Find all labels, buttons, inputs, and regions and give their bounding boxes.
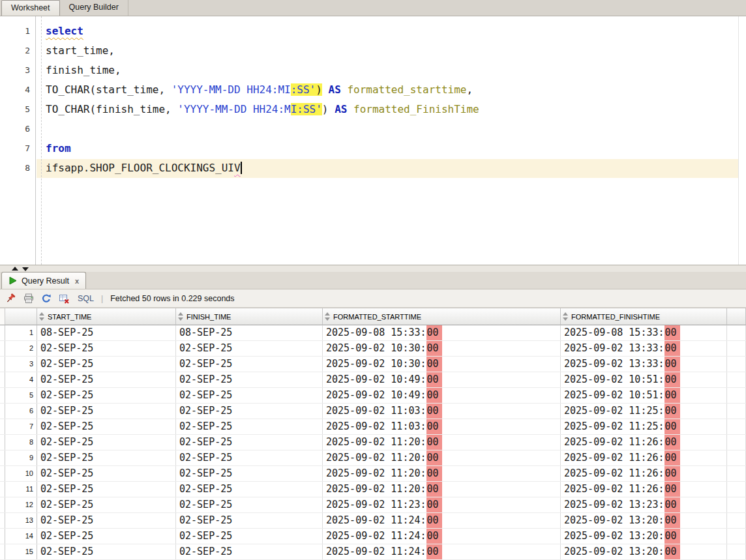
sql-editor[interactable]: 12345678 selectstart_time,finish_time,TO… [0,16,746,265]
cell[interactable]: 2025-09-02 10:51:00 [561,388,727,403]
cell[interactable]: 02-SEP-25 [176,419,323,434]
cell[interactable]: 2025-09-02 11:25:00 [561,419,727,434]
code-line[interactable]: from [46,139,746,158]
query-result-grid[interactable]: START_TIMEFINISH_TIMEFORMATTED_STARTTIME… [0,308,746,560]
cell[interactable]: 2025-09-02 10:49:00 [323,388,561,403]
splitter-up-icon[interactable] [12,263,18,271]
sql-link[interactable]: SQL [78,294,94,303]
code-line[interactable]: TO_CHAR(finish_time, 'YYYY-MM-DD HH24:MI… [46,100,746,119]
cell[interactable]: 2025-09-02 13:20:00 [561,529,727,544]
cell[interactable]: 2025-09-02 11:20:00 [323,482,561,497]
cell[interactable]: 2025-09-02 11:03:00 [323,404,561,419]
code-area[interactable]: selectstart_time,finish_time,TO_CHAR(sta… [46,16,746,178]
table-row[interactable]: 202-SEP-2502-SEP-252025-09-02 10:30:0020… [0,341,746,357]
cell[interactable]: 2025-09-02 10:30:00 [323,357,561,372]
cell[interactable]: 2025-09-02 11:20:00 [323,435,561,450]
column-header-start_time[interactable]: START_TIME [37,308,176,325]
cell[interactable]: 02-SEP-25 [176,529,323,544]
sort-updown-icon[interactable] [178,312,184,321]
sort-updown-icon[interactable] [563,312,569,321]
cell[interactable]: 02-SEP-25 [37,482,176,497]
cell[interactable]: 2025-09-02 11:26:00 [561,466,727,481]
code-line[interactable]: select [46,22,746,41]
cell[interactable]: 02-SEP-25 [176,497,323,512]
cell[interactable]: 02-SEP-25 [37,388,176,403]
table-row[interactable]: 1302-SEP-2502-SEP-252025-09-02 11:24:002… [0,513,746,529]
cell[interactable]: 02-SEP-25 [176,482,323,497]
code-line[interactable]: finish_time, [46,61,746,80]
cell[interactable]: 02-SEP-25 [176,544,323,559]
table-row[interactable]: 1402-SEP-2502-SEP-252025-09-02 11:24:002… [0,529,746,544]
cell[interactable]: 02-SEP-25 [37,529,176,544]
cell[interactable]: 2025-09-02 13:20:00 [561,513,727,528]
print-icon[interactable] [23,293,35,304]
cell[interactable]: 02-SEP-25 [176,341,323,356]
cell[interactable]: 2025-09-02 11:20:00 [323,450,561,465]
cell[interactable]: 08-SEP-25 [176,325,323,340]
cell[interactable]: 2025-09-02 10:30:00 [323,341,561,356]
cell[interactable]: 02-SEP-25 [176,372,323,387]
column-header-finish_time[interactable]: FINISH_TIME [176,308,323,325]
cell[interactable]: 2025-09-02 11:26:00 [561,435,727,450]
close-tab-icon[interactable]: x [75,277,79,285]
table-row[interactable]: 1202-SEP-2502-SEP-252025-09-02 11:23:002… [0,497,746,513]
cell[interactable]: 2025-09-02 11:20:00 [323,466,561,481]
cell[interactable]: 02-SEP-25 [37,357,176,372]
cell[interactable]: 02-SEP-25 [37,341,176,356]
code-line[interactable]: TO_CHAR(start_time, 'YYYY-MM-DD HH24:MI:… [46,80,746,100]
cell[interactable]: 02-SEP-25 [176,466,323,481]
table-row[interactable]: 902-SEP-2502-SEP-252025-09-02 11:20:0020… [0,450,746,466]
cell[interactable]: 2025-09-02 11:24:00 [323,529,561,544]
cell[interactable]: 2025-09-08 15:33:00 [323,325,561,340]
table-row[interactable]: 502-SEP-2502-SEP-252025-09-02 10:49:0020… [0,388,746,404]
cell[interactable]: 02-SEP-25 [176,435,323,450]
table-row[interactable]: 702-SEP-2502-SEP-252025-09-02 11:03:0020… [0,419,746,435]
cell[interactable]: 2025-09-02 13:33:00 [561,341,727,356]
cell[interactable]: 2025-09-02 11:26:00 [561,482,727,497]
table-row[interactable]: 402-SEP-2502-SEP-252025-09-02 10:49:0020… [0,372,746,388]
cell[interactable]: 02-SEP-25 [176,388,323,403]
cell[interactable]: 2025-09-02 13:23:00 [561,497,727,512]
table-row[interactable]: 1002-SEP-2502-SEP-252025-09-02 11:20:002… [0,466,746,482]
cell[interactable]: 2025-09-02 13:33:00 [561,357,727,372]
cell[interactable]: 2025-09-02 10:51:00 [561,372,727,387]
cell[interactable]: 02-SEP-25 [37,435,176,450]
cell[interactable]: 02-SEP-25 [37,372,176,387]
cell[interactable]: 2025-09-02 11:03:00 [323,419,561,434]
cell[interactable]: 02-SEP-25 [37,450,176,465]
cell[interactable]: 02-SEP-25 [37,419,176,434]
cell[interactable]: 02-SEP-25 [176,357,323,372]
tab-query-builder[interactable]: Query Builder [60,0,128,16]
cell[interactable]: 02-SEP-25 [37,404,176,419]
cell[interactable]: 2025-09-02 11:24:00 [323,544,561,559]
pin-icon[interactable] [5,293,17,304]
code-line[interactable]: start_time, [46,41,746,61]
sort-updown-icon[interactable] [325,312,331,321]
cell[interactable]: 2025-09-02 11:26:00 [561,450,727,465]
code-line[interactable] [46,119,746,139]
discard-results-icon[interactable] [58,293,70,304]
cell[interactable]: 02-SEP-25 [176,404,323,419]
cell[interactable]: 08-SEP-25 [37,325,176,340]
cell[interactable]: 02-SEP-25 [37,466,176,481]
table-row[interactable]: 1102-SEP-2502-SEP-252025-09-02 11:20:002… [0,482,746,497]
cell[interactable]: 02-SEP-25 [176,450,323,465]
column-header-formatted_starttime[interactable]: FORMATTED_STARTTIME [323,308,561,325]
sort-updown-icon[interactable] [39,312,45,321]
cell[interactable]: 2025-09-02 10:49:00 [323,372,561,387]
code-line[interactable]: ifsapp.SHOP_FLOOR_CLOCKINGS_UIV [46,158,746,178]
cell[interactable]: 02-SEP-25 [37,544,176,559]
cell[interactable]: 02-SEP-25 [37,513,176,528]
cell[interactable]: 2025-09-02 13:20:00 [561,544,727,559]
table-row[interactable]: 108-SEP-2508-SEP-252025-09-08 15:33:0020… [0,325,746,341]
refresh-icon[interactable] [40,293,52,304]
cell[interactable]: 02-SEP-25 [37,497,176,512]
table-row[interactable]: 802-SEP-2502-SEP-252025-09-02 11:20:0020… [0,435,746,450]
cell[interactable]: 2025-09-02 11:23:00 [323,497,561,512]
tab-query-result[interactable]: Query Result x [1,272,86,289]
cell[interactable]: 02-SEP-25 [176,513,323,528]
cell[interactable]: 2025-09-02 11:25:00 [561,404,727,419]
table-row[interactable]: 602-SEP-2502-SEP-252025-09-02 11:03:0020… [0,404,746,419]
column-header-formatted_finishtime[interactable]: FORMATTED_FINISHTIME [561,308,727,325]
tab-worksheet[interactable]: Worksheet [1,0,60,16]
